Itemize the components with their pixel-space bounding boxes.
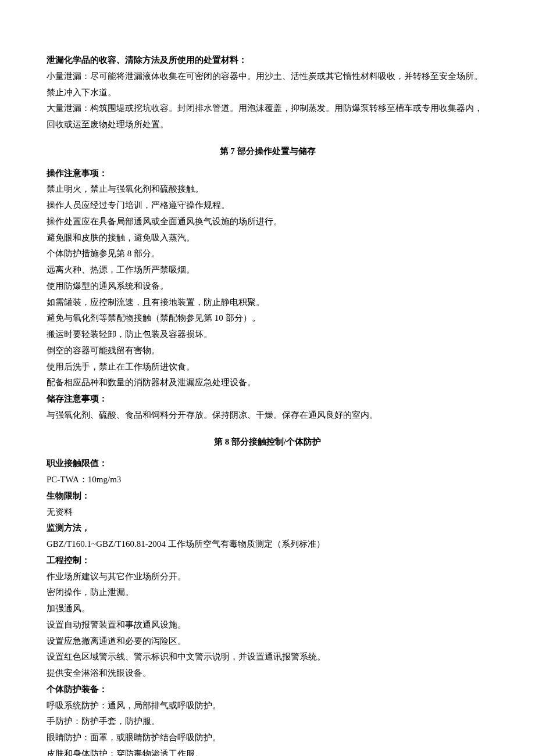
value-biological: 无资料: [47, 504, 488, 521]
paragraph-large-spill: 大量泄漏：构筑围堤或挖坑收容。封闭排水管道。用泡沫覆盖，抑制蒸发。用防爆泵转移至…: [47, 101, 488, 133]
list-item: 如需罐装，应控制流速，且有接地装置，防止静电积聚。: [47, 295, 488, 311]
section7-title: 第 7 部分操作处置与储存: [47, 144, 488, 160]
list-item: 作业场所建议与其它作业场所分开。: [47, 569, 488, 585]
list-item: 个体防护措施参见第 8 部分。: [47, 246, 488, 262]
list-item: 操作处置应在具备局部通风或全面通风换气设施的场所进行。: [47, 214, 488, 230]
list-item: 操作人员应经过专门培训，严格遵守操作规程。: [47, 198, 488, 214]
heading-monitoring-method: 监测方法，: [47, 520, 488, 536]
list-item: 远离火种、热源，工作场所严禁吸烟。: [47, 262, 488, 278]
list-item: 呼吸系统防护：通风，局部排气或呼吸防护。: [47, 698, 488, 714]
heading-storage-precautions: 储存注意事项：: [47, 391, 488, 407]
heading-occupational-limit: 职业接触限值：: [47, 456, 488, 472]
list-item: 密闭操作，防止泄漏。: [47, 585, 488, 601]
heading-spill-disposal: 泄漏化学品的收容、清除方法及所使用的处置材料：: [47, 52, 488, 69]
list-item: 眼睛防护：面罩，或眼睛防护结合呼吸防护。: [47, 730, 488, 746]
list-item: 设置自动报警装置和事故通风设施。: [47, 617, 488, 633]
list-item: 手防护：防护手套，防护服。: [47, 714, 488, 730]
value-pctwa: PC-TWA：10mg/m3: [47, 472, 488, 488]
section6-spill: 泄漏化学品的收容、清除方法及所使用的处置材料： 小量泄漏：尽可能将泄漏液体收集在…: [47, 52, 488, 133]
section7-operation: 操作注意事项： 禁止明火，禁止与强氧化剂和硫酸接触。 操作人员应经过专门培训，严…: [47, 166, 488, 424]
paragraph-storage: 与强氧化剂、硫酸、食品和饲料分开存放。保持阴凉、干燥。保存在通风良好的室内。: [47, 407, 488, 424]
list-item: 加强通风。: [47, 601, 488, 617]
section8-title: 第 8 部分接触控制/个体防护: [47, 434, 488, 450]
heading-biological-limit: 生物限制：: [47, 488, 488, 504]
paragraph-small-spill: 小量泄漏：尽可能将泄漏液体收集在可密闭的容器中。用沙土、活性炭或其它惰性材料吸收…: [47, 69, 488, 101]
list-item: 设置红色区域警示线、警示标识和中文警示说明，并设置通讯报警系统。: [47, 649, 488, 665]
heading-engineering-control: 工程控制：: [47, 553, 488, 569]
list-item: 皮肤和身体防护：穿防毒物渗透工作服。: [47, 746, 488, 756]
list-item: 配备相应品种和数量的消防器材及泄漏应急处理设备。: [47, 375, 488, 391]
value-monitoring: GBZ/T160.1~GBZ/T160.81-2004 工作场所空气有毒物质测定…: [47, 536, 488, 553]
heading-operation-precautions: 操作注意事项：: [47, 166, 488, 182]
heading-personal-protection: 个体防护装备：: [47, 682, 488, 698]
list-item: 使用防爆型的通风系统和设备。: [47, 278, 488, 295]
list-item: 设置应急撤离通道和必要的泻险区。: [47, 633, 488, 650]
list-item: 使用后洗手，禁止在工作场所进饮食。: [47, 359, 488, 375]
list-item: 避免与氧化剂等禁配物接触（禁配物参见第 10 部分）。: [47, 310, 488, 327]
list-item: 倒空的容器可能残留有害物。: [47, 343, 488, 359]
list-item: 避免眼和皮肤的接触，避免吸入蒸汽。: [47, 230, 488, 246]
list-item: 提供安全淋浴和洗眼设备。: [47, 665, 488, 682]
list-item: 禁止明火，禁止与强氧化剂和硫酸接触。: [47, 181, 488, 198]
list-item: 搬运时要轻装轻卸，防止包装及容器损坏。: [47, 327, 488, 343]
section8-exposure: 职业接触限值： PC-TWA：10mg/m3 生物限制： 无资料 监测方法， G…: [47, 456, 488, 756]
